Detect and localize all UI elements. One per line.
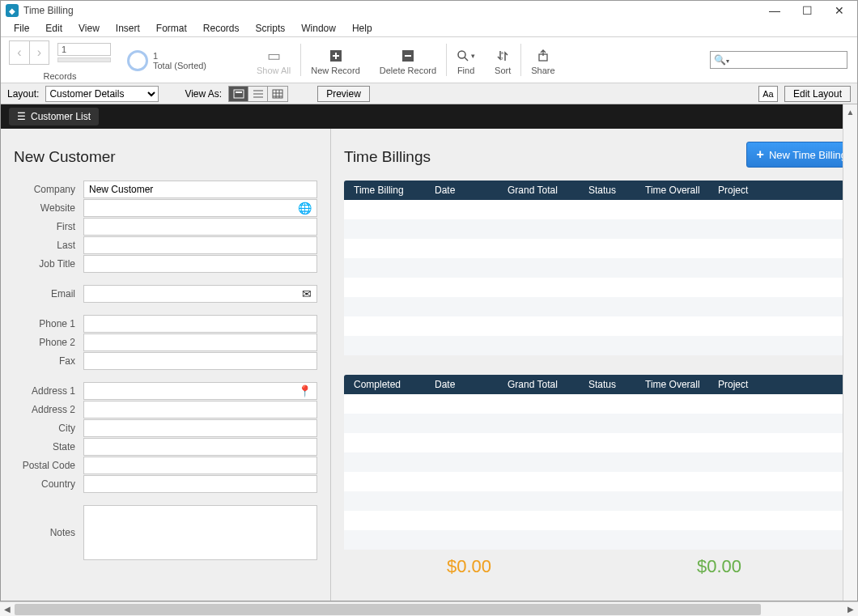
menu-records[interactable]: Records <box>195 21 248 36</box>
scroll-up-button[interactable]: ▲ <box>843 104 857 119</box>
table-row[interactable] <box>344 491 844 511</box>
find-button[interactable]: ▾ Find <box>447 37 485 83</box>
customer-form-panel: New Customer CompanyNew Customer Website… <box>1 129 331 601</box>
menu-scripts[interactable]: Scripts <box>248 21 294 36</box>
table-row[interactable] <box>344 414 844 433</box>
menu-help[interactable]: Help <box>344 21 380 36</box>
title-bar: ◆ Time Billing — ☐ ✕ <box>1 1 857 20</box>
postal-field[interactable] <box>83 457 317 474</box>
col-date: Date <box>428 185 501 196</box>
show-all-icon: ▭ <box>267 46 281 66</box>
address1-field[interactable]: 📍 <box>83 382 317 400</box>
totals-row: $0.00 $0.00 <box>344 550 844 577</box>
city-field[interactable] <box>83 419 317 437</box>
current-record-field[interactable]: 1 <box>57 43 111 56</box>
content-area: ☰ Customer List New Customer CompanyNew … <box>1 104 857 601</box>
phone2-field[interactable] <box>83 333 317 351</box>
sort-button[interactable]: az Sort <box>485 37 520 83</box>
table-row[interactable] <box>344 394 844 414</box>
billings-table-header: Time Billing Date Grand Total Status Tim… <box>344 181 844 200</box>
list-icon: ☰ <box>17 111 26 122</box>
col-timeoverall: Time Overall <box>639 185 711 196</box>
view-form-button[interactable] <box>229 87 248 101</box>
email-label: Email <box>14 288 83 300</box>
search-icon: 🔍▾ <box>714 54 729 66</box>
first-field[interactable] <box>83 218 317 236</box>
minimize-button[interactable]: — <box>758 1 791 20</box>
svg-text:z: z <box>501 56 503 61</box>
maximize-button[interactable]: ☐ <box>791 1 823 20</box>
customer-list-button[interactable]: ☰ Customer List <box>9 108 99 125</box>
font-size-button[interactable]: Aa <box>758 86 778 102</box>
table-row[interactable] <box>344 511 844 530</box>
next-record-button[interactable]: › <box>29 41 49 64</box>
table-row[interactable] <box>344 200 844 219</box>
vertical-scrollbar[interactable]: ▲ <box>843 104 857 601</box>
website-label: Website <box>14 202 83 214</box>
close-button[interactable]: ✕ <box>823 1 856 20</box>
share-button[interactable]: Share <box>521 37 564 83</box>
plus-icon: + <box>757 147 764 162</box>
new-time-billing-button[interactable]: +New Time Billing <box>746 142 857 168</box>
show-all-button[interactable]: ▭ Show All <box>247 37 300 83</box>
menu-view[interactable]: View <box>70 21 108 36</box>
scroll-thumb[interactable] <box>15 604 761 615</box>
menu-format[interactable]: Format <box>148 21 195 36</box>
col-timeoverall: Time Overall <box>639 379 711 390</box>
country-field[interactable] <box>83 475 317 493</box>
map-pin-icon[interactable]: 📍 <box>298 384 312 397</box>
table-row[interactable] <box>344 433 844 452</box>
table-row[interactable] <box>344 219 844 239</box>
table-row[interactable] <box>344 316 844 336</box>
mail-icon[interactable]: ✉ <box>302 287 312 300</box>
table-row[interactable] <box>344 530 844 550</box>
layout-select[interactable]: Customer Details <box>45 86 159 102</box>
address2-label: Address 2 <box>14 404 83 415</box>
toolbar: ‹ › 1 Records 1 Total (Sorted) ▭ Show Al… <box>1 36 857 83</box>
table-row[interactable] <box>344 336 844 355</box>
col-grandtotal: Grand Total <box>501 379 582 390</box>
email-field[interactable]: ✉ <box>83 285 317 303</box>
menu-bar: File Edit View Insert Format Records Scr… <box>1 20 857 36</box>
jobtitle-field[interactable] <box>83 255 317 273</box>
last-field[interactable] <box>83 236 317 254</box>
menu-edit[interactable]: Edit <box>37 21 70 36</box>
view-table-button[interactable] <box>268 87 287 101</box>
notes-field[interactable] <box>83 505 317 560</box>
preview-button[interactable]: Preview <box>317 86 370 102</box>
table-row[interactable] <box>344 278 844 297</box>
scroll-right-button[interactable]: ▶ <box>843 602 858 616</box>
scroll-left-button[interactable]: ◀ <box>0 602 15 616</box>
search-input[interactable]: 🔍▾ <box>710 51 847 69</box>
pie-chart-icon[interactable] <box>127 50 148 71</box>
horizontal-scrollbar[interactable]: ◀ ▶ <box>0 601 858 616</box>
phone1-label: Phone 1 <box>14 318 83 329</box>
address2-field[interactable] <box>83 401 317 418</box>
menu-file[interactable]: File <box>6 21 37 36</box>
new-record-button[interactable]: New Record <box>301 37 370 83</box>
phone1-field[interactable] <box>83 315 317 333</box>
col-project: Project <box>711 379 841 390</box>
delete-record-button[interactable]: Delete Record <box>370 37 446 83</box>
menu-insert[interactable]: Insert <box>108 21 148 36</box>
view-list-button[interactable] <box>248 87 268 101</box>
state-field[interactable] <box>83 438 317 456</box>
col-grandtotal: Grand Total <box>501 185 582 196</box>
fax-field[interactable] <box>83 352 317 370</box>
edit-layout-button[interactable]: Edit Layout <box>784 86 851 102</box>
fax-label: Fax <box>14 355 83 367</box>
table-row[interactable] <box>344 239 844 258</box>
time-billings-panel: Time Billings +New Time Billing Time Bil… <box>331 129 857 601</box>
table-row[interactable] <box>344 258 844 278</box>
prev-record-button[interactable]: ‹ <box>10 41 29 64</box>
table-row[interactable] <box>344 297 844 316</box>
record-slider[interactable] <box>57 57 111 62</box>
menu-window[interactable]: Window <box>293 21 344 36</box>
svg-rect-6 <box>234 90 244 98</box>
table-row[interactable] <box>344 472 844 491</box>
website-field[interactable]: 🌐 <box>83 199 317 217</box>
company-field[interactable]: New Customer <box>83 181 317 198</box>
table-row[interactable] <box>344 452 844 472</box>
total-records-text: 1 Total (Sorted) <box>153 51 206 70</box>
globe-icon[interactable]: 🌐 <box>298 202 312 215</box>
